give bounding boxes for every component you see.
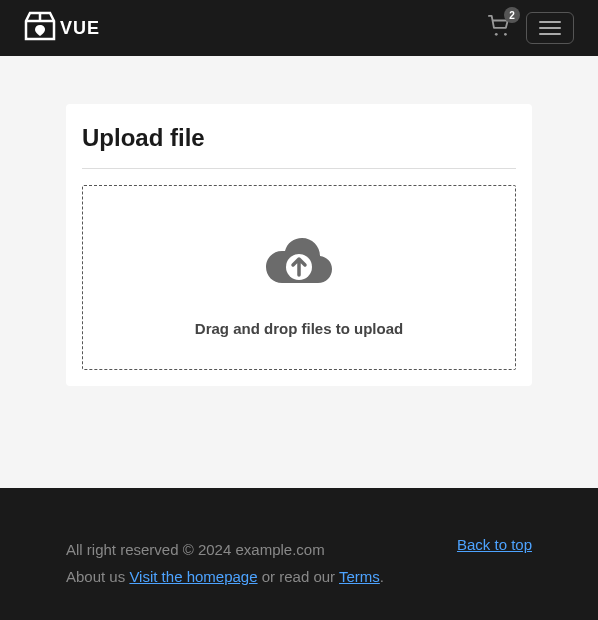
dropzone-text: Drag and drop files to upload	[99, 320, 499, 337]
copyright-text: All right reserved © 2024 example.com	[66, 536, 384, 563]
navbar: VUE 2	[0, 0, 598, 56]
upload-card: Upload file Drag and drop files to uploa…	[66, 104, 532, 386]
footer: All right reserved © 2024 example.com Ab…	[0, 488, 598, 620]
divider	[82, 168, 516, 169]
period: .	[380, 568, 384, 585]
cloud-upload-icon	[99, 234, 499, 292]
main-content: Upload file Drag and drop files to uploa…	[0, 56, 598, 488]
back-to-top-link[interactable]: Back to top	[457, 536, 532, 553]
read-prefix: or read our	[258, 568, 339, 585]
footer-text: All right reserved © 2024 example.com Ab…	[66, 536, 384, 590]
nav-right: 2	[488, 12, 574, 44]
cart-icon	[488, 23, 510, 40]
cart-button[interactable]: 2	[488, 15, 510, 41]
about-prefix: About us	[66, 568, 129, 585]
homepage-link[interactable]: Visit the homepage	[129, 568, 257, 585]
terms-link[interactable]: Terms	[339, 568, 380, 585]
cart-badge: 2	[504, 7, 520, 23]
brand-logo[interactable]: VUE	[24, 11, 100, 46]
file-dropzone[interactable]: Drag and drop files to upload	[82, 185, 516, 370]
menu-toggle[interactable]	[526, 12, 574, 44]
logo-icon	[24, 11, 56, 46]
brand-text: VUE	[60, 18, 100, 39]
svg-point-3	[504, 33, 507, 36]
svg-point-2	[495, 33, 498, 36]
page-title: Upload file	[82, 124, 516, 152]
